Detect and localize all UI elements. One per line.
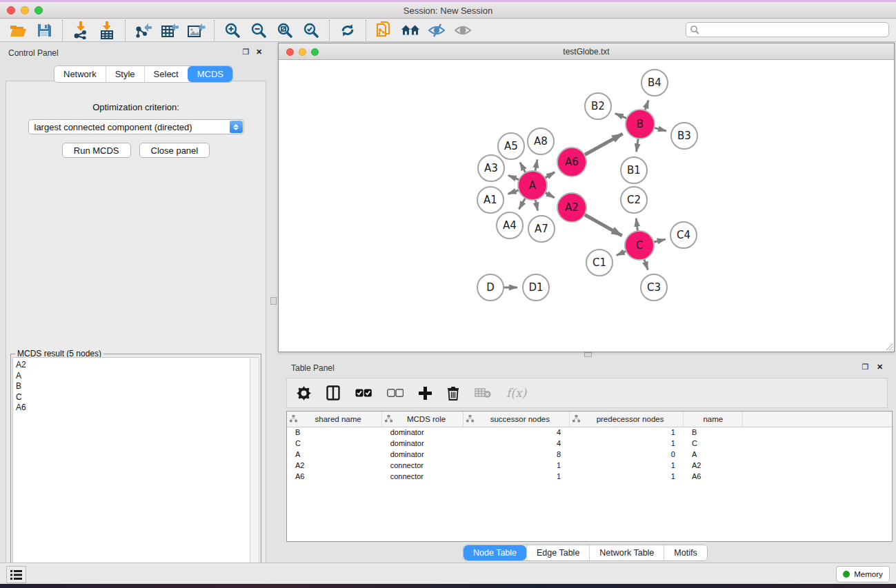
column-header-successor-nodes[interactable]: successor nodes [464,412,570,427]
divider-grip[interactable] [270,297,277,305]
horizontal-split-divider[interactable] [278,352,896,358]
node-table[interactable]: shared name MCDS role successor nodes pr… [286,411,893,542]
graph-node-A7[interactable]: A7 [528,216,555,242]
graph-edge-C-C4[interactable] [653,239,665,242]
graph-node-A5[interactable]: A5 [498,133,524,159]
divider-grip[interactable] [584,352,592,357]
graph-node-B4[interactable]: B4 [641,70,668,96]
graph-edge-A-A1[interactable] [508,190,520,194]
zoom-fit-icon[interactable] [275,21,295,40]
close-panel-icon[interactable]: ✕ [255,48,263,57]
delete-column-trash-icon[interactable] [447,385,459,401]
tab-node-table[interactable]: Node Table [464,545,526,560]
table-row[interactable]: Bdominator41B [287,427,892,438]
window-resize-grip[interactable] [885,343,893,351]
hide-graphics-eye-slash-icon[interactable] [427,21,446,40]
graph-node-C3[interactable]: C3 [641,274,667,301]
graph-node-A3[interactable]: A3 [478,155,504,181]
optimization-criterion-select[interactable]: largest connected component (directed) [28,119,244,134]
import-network-icon[interactable] [71,21,90,40]
graph-node-A1[interactable]: A1 [477,187,504,213]
export-network-icon[interactable] [134,21,153,40]
tab-network[interactable]: Network [54,66,106,82]
graph-edge-A2-C[interactable] [584,214,621,236]
column-header-shared-name[interactable]: shared name [287,412,382,427]
mcds-result-item[interactable]: B [16,381,250,392]
graph-node-A2[interactable]: A2 [557,193,586,222]
column-header-predecessor-nodes[interactable]: predecessor nodes [569,412,684,427]
graph-node-B[interactable]: B [626,110,655,139]
graph-edge-A-A7[interactable] [535,199,538,211]
add-column-plus-icon[interactable] [419,385,432,401]
table-row[interactable]: Cdominator41C [287,438,892,449]
show-graphics-eye-icon[interactable] [453,21,472,40]
refresh-icon[interactable] [338,21,357,40]
graph-edge-B-B4[interactable] [645,100,648,111]
graph-edge-A-A2[interactable] [544,192,554,198]
float-panel-icon[interactable]: ❐ [861,363,870,372]
graph-edge-B-B2[interactable] [615,114,628,119]
tab-motifs[interactable]: Motifs [664,545,706,560]
graph-node-C4[interactable]: C4 [670,222,697,248]
table-row[interactable]: Adominator80A [287,449,892,460]
select-all-rows-icon[interactable] [355,385,372,401]
graph-edge-A-A8[interactable] [535,160,537,172]
graph-edge-A6-B[interactable] [584,134,622,155]
table-row[interactable]: A2connector11A2 [287,460,892,471]
graph-node-A[interactable]: A [518,171,547,200]
graph-edge-A-A4[interactable] [519,197,526,209]
graph-edge-C-C3[interactable] [644,258,648,270]
tab-mcds[interactable]: MCDS [188,66,232,82]
mcds-result-scrollbar[interactable] [250,357,259,586]
graph-node-C1[interactable]: C1 [586,250,613,276]
graph-node-C[interactable]: C [625,231,654,260]
tab-edge-table[interactable]: Edge Table [526,545,589,560]
duplicate-network-icon[interactable] [375,21,394,40]
graph-node-A8[interactable]: A8 [528,128,554,154]
zoom-out-icon[interactable] [249,21,268,40]
graph-edge-C-C2[interactable] [636,219,637,232]
mcds-result-item[interactable]: A [16,371,250,382]
graph-node-D[interactable]: D [477,274,504,301]
deselect-all-rows-icon[interactable] [387,385,404,401]
home-icon[interactable] [401,21,420,40]
graph-node-B2[interactable]: B2 [585,93,611,119]
mcds-result-item[interactable]: A2 [16,360,250,371]
table-row[interactable]: A6connector11A6 [287,471,892,482]
graph-edge-A-A3[interactable] [508,175,520,180]
graph-node-C2[interactable]: C2 [621,187,647,213]
function-builder-icon[interactable]: f(x) [506,386,526,400]
graph-edge-A-A6[interactable] [544,172,555,179]
network-canvas[interactable]: B4B2BB3A5A8A6A3B1AA1C2A2A4A7C4CC1C3DD1 [279,60,894,352]
graph-edge-A-A5[interactable] [520,163,526,174]
tab-network-table[interactable]: Network Table [589,545,664,560]
graph-edge-B-B3[interactable] [653,128,666,131]
network-window-titlebar[interactable]: testGlobe.txt [279,43,894,60]
zoom-in-icon[interactable] [223,21,242,40]
tab-style[interactable]: Style [106,66,144,82]
export-image-icon[interactable] [186,21,206,40]
run-mcds-button[interactable]: Run MCDS [62,143,131,158]
column-selector-icon[interactable] [326,385,340,401]
column-header-name[interactable]: name [684,412,743,427]
open-folder-icon[interactable] [8,21,28,40]
close-panel-icon[interactable]: ✕ [875,363,884,372]
graph-node-B3[interactable]: B3 [671,123,697,149]
graph-node-A4[interactable]: A4 [497,212,523,239]
search-input[interactable] [686,22,889,37]
table-settings-gear-icon[interactable] [297,385,311,401]
mcds-result-item[interactable]: A6 [16,403,250,414]
mcds-result-item[interactable]: C [16,392,250,403]
graph-node-B1[interactable]: B1 [621,157,647,183]
float-panel-icon[interactable]: ❐ [241,48,250,57]
memory-button[interactable]: Memory [836,566,890,582]
save-icon[interactable] [34,21,54,40]
graph-edge-B-B1[interactable] [637,138,639,152]
zoom-selected-icon[interactable] [301,21,321,40]
graph-node-A6[interactable]: A6 [557,148,586,176]
tab-select[interactable]: Select [144,66,188,82]
task-history-button[interactable] [6,566,26,583]
column-header-mcds-role[interactable]: MCDS role [382,412,464,427]
close-panel-button[interactable]: Close panel [139,143,210,158]
export-table-icon[interactable] [160,21,179,40]
